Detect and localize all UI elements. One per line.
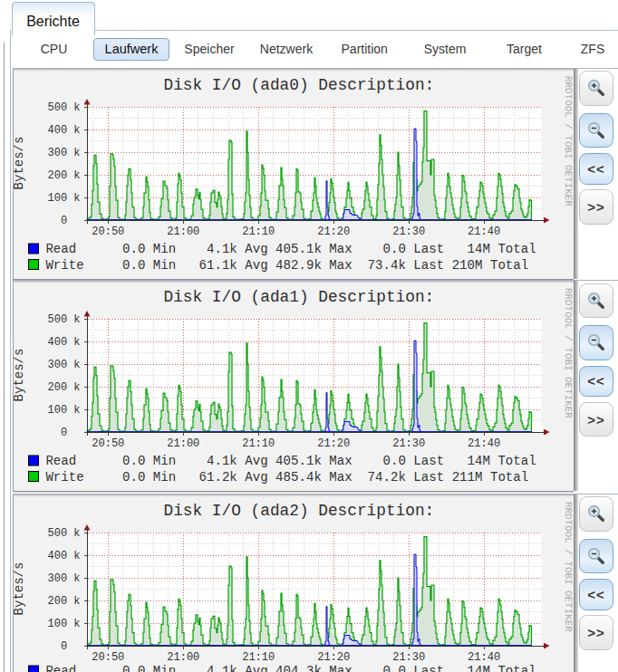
svg-text:21:00: 21:00 — [167, 437, 199, 450]
svg-text:100 k: 100 k — [47, 192, 80, 205]
svg-text:300 k: 300 k — [47, 572, 80, 585]
svg-text:Disk I/O (ada2) Description:: Disk I/O (ada2) Description: — [164, 502, 435, 520]
svg-text:21:40: 21:40 — [468, 437, 500, 450]
svg-text:300 k: 300 k — [47, 359, 80, 371]
svg-text:400 k: 400 k — [47, 550, 80, 562]
svg-text:RRDTOOL / TOBI OETIKER: RRDTOOL / TOBI OETIKER — [563, 76, 574, 206]
svg-text:400 k: 400 k — [47, 336, 80, 349]
svg-text:21:10: 21:10 — [242, 226, 275, 238]
svg-text:21:30: 21:30 — [392, 226, 425, 238]
svg-text:400 k: 400 k — [47, 124, 80, 137]
svg-text:0: 0 — [61, 427, 81, 439]
svg-text:Bytes/s: Bytes/s — [14, 562, 26, 615]
svg-text:300 k: 300 k — [47, 147, 80, 159]
svg-text:500 k: 500 k — [47, 313, 80, 326]
svg-text:200 k: 200 k — [47, 169, 80, 182]
svg-text:21:00: 21:00 — [167, 651, 199, 664]
svg-text:21:20: 21:20 — [317, 226, 350, 238]
svg-text:200 k: 200 k — [47, 381, 80, 394]
svg-text:21:10: 21:10 — [242, 437, 275, 450]
svg-text:20:50: 20:50 — [92, 226, 124, 238]
svg-text:RRDTOOL / TOBI OETIKER: RRDTOOL / TOBI OETIKER — [563, 502, 574, 632]
svg-text:21:30: 21:30 — [392, 651, 425, 664]
svg-text:21:20: 21:20 — [317, 651, 350, 664]
svg-text:Bytes/s: Bytes/s — [14, 136, 26, 189]
svg-text:0: 0 — [61, 640, 81, 653]
svg-text:21:00: 21:00 — [167, 226, 199, 238]
svg-text:500 k: 500 k — [47, 527, 80, 540]
svg-text:500 k: 500 k — [47, 101, 80, 114]
svg-text:100 k: 100 k — [47, 618, 80, 630]
svg-text:RRDTOOL / TOBI OETIKER: RRDTOOL / TOBI OETIKER — [563, 288, 574, 418]
svg-text:100 k: 100 k — [47, 404, 80, 417]
svg-text:21:20: 21:20 — [317, 437, 350, 450]
svg-text:21:10: 21:10 — [242, 651, 275, 664]
svg-text:Write 0.0 Min 61.1k Avg: Write 0.0 Min 61.1k Avg 482.9k Max 73.4k… — [45, 257, 528, 272]
svg-text:20:50: 20:50 — [92, 651, 124, 664]
svg-text:Write 0.0 Min 61.2k Avg: Write 0.0 Min 61.2k Avg 485.4k Max 74.2k… — [45, 470, 528, 485]
svg-text:Disk I/O (ada1) Description:: Disk I/O (ada1) Description: — [164, 288, 435, 306]
svg-text:21:40: 21:40 — [468, 226, 500, 238]
svg-text:21:40: 21:40 — [468, 651, 500, 664]
svg-text:Disk I/O (ada0) Description:: Disk I/O (ada0) Description: — [164, 76, 435, 94]
svg-text:20:50: 20:50 — [92, 437, 124, 450]
svg-text:21:30: 21:30 — [392, 437, 425, 450]
svg-text:Read 0.0 Min 4.1k Avg: Read 0.0 Min 4.1k Avg 404.3k Max 0.0 Las… — [45, 664, 536, 672]
svg-text:Read 0.0 Min 4.1k Avg: Read 0.0 Min 4.1k Avg 405.1k Max 0.0 Las… — [45, 454, 536, 468]
svg-text:0: 0 — [61, 215, 81, 227]
svg-text:Read 0.0 Min 4.1k Avg: Read 0.0 Min 4.1k Avg 405.1k Max 0.0 Las… — [45, 242, 536, 256]
svg-text:Bytes/s: Bytes/s — [14, 348, 26, 401]
svg-text:200 k: 200 k — [47, 595, 80, 608]
